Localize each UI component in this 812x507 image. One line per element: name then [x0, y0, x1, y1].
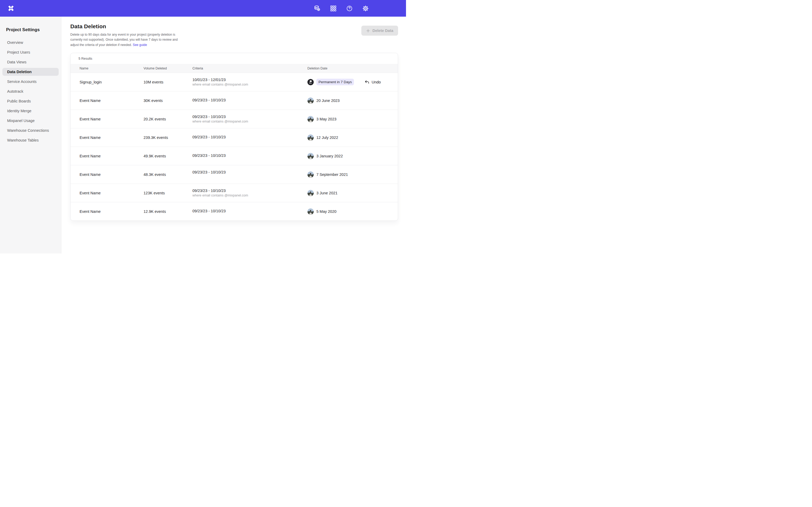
- settings-gear-icon[interactable]: [362, 5, 369, 12]
- volume-deleted: 123K events: [144, 191, 192, 195]
- results-count: 5 Results: [70, 53, 398, 64]
- event-name: Signup_login: [80, 80, 144, 84]
- description-line-3: adjust the criteria of your deletion if …: [70, 43, 132, 47]
- volume-deleted: 12.9K events: [144, 209, 192, 214]
- apps-grid-icon[interactable]: [330, 5, 337, 12]
- sidebar-item-warehouse-connections[interactable]: Warehouse Connections: [2, 126, 59, 134]
- criteria-condition: where email contains @mixpanel.com: [192, 82, 307, 87]
- column-header-name: Name: [80, 66, 144, 70]
- undo-cell: Undo: [357, 79, 391, 84]
- undo-icon: [364, 79, 369, 84]
- data-management-icon[interactable]: [314, 5, 321, 12]
- sidebar-item-overview[interactable]: Overview: [2, 39, 59, 47]
- criteria: 09/23/23 - 10/10/23: [192, 170, 307, 179]
- description-line-2: currently not supported). Once submitted…: [70, 38, 177, 42]
- criteria-range: 09/23/23 - 10/10/23: [192, 154, 307, 158]
- deletion-date-text: 3 June 2021: [316, 191, 338, 195]
- main-content: Data Deletion Delete up to 90 days data …: [61, 17, 406, 253]
- volume-deleted: 30K events: [144, 99, 192, 103]
- volume-deleted: 239.3K events: [144, 135, 192, 140]
- criteria-condition: [192, 175, 307, 179]
- avatar: [307, 116, 314, 122]
- sidebar-item-project-users[interactable]: Project Users: [2, 48, 59, 56]
- description-line-1: Delete up to 90 days data for any event …: [70, 33, 175, 37]
- deletion-date-text: 20 June 2023: [316, 99, 340, 103]
- deletion-table-card: 5 Results Name Volume Deleted Criteria D…: [70, 53, 398, 221]
- column-header-criteria: Criteria: [192, 66, 307, 70]
- sidebar: Project Settings Overview Project Users …: [0, 17, 61, 253]
- column-header-volume-deleted: Volume Deleted: [144, 66, 192, 70]
- event-name: Event Name: [80, 99, 144, 103]
- mixpanel-logo[interactable]: [7, 5, 14, 12]
- criteria-condition: where email contains @mixpanel.com: [192, 193, 307, 197]
- sidebar-item-data-deletion[interactable]: Data Deletion: [2, 68, 59, 76]
- criteria-range: 10/01/23 - 12/01/23: [192, 78, 307, 82]
- volume-deleted: 48.3K events: [144, 172, 192, 177]
- table-row: Event Name 239.3K events 09/23/23 - 10/1…: [70, 128, 398, 147]
- avatar: [307, 98, 314, 104]
- criteria-range: 09/23/23 - 10/10/23: [192, 188, 307, 193]
- deletion-date: 5 May 2020: [307, 208, 357, 215]
- help-icon[interactable]: [346, 5, 353, 12]
- table-row: Event Name 30K events 09/23/23 - 10/10/2…: [70, 91, 398, 110]
- criteria: 09/23/23 - 10/10/23: [192, 135, 307, 140]
- sidebar-item-service-accounts[interactable]: Service Accounts: [2, 78, 59, 86]
- table-header: Name Volume Deleted Criteria Deletion Da…: [70, 64, 398, 73]
- criteria-range: 09/23/23 - 10/10/23: [192, 209, 307, 213]
- table-row: Signup_login 10M events 10/01/23 - 12/01…: [70, 73, 398, 91]
- table-row: Event Name 49.9K events 09/23/23 - 10/10…: [70, 147, 398, 165]
- event-name: Event Name: [80, 172, 144, 177]
- avatar: [307, 79, 314, 85]
- undo-button[interactable]: Undo: [357, 79, 381, 84]
- avatar: [307, 208, 314, 215]
- table-row: Event Name 20.2K events 09/23/23 - 10/10…: [70, 110, 398, 128]
- table-row: Event Name 12.9K events 09/23/23 - 10/10…: [70, 202, 398, 221]
- criteria-range: 09/23/23 - 10/10/23: [192, 135, 307, 139]
- column-header-deletion-date: Deletion Date: [307, 66, 391, 70]
- undo-label: Undo: [372, 80, 381, 84]
- sidebar-item-identity-merge[interactable]: Identity Merge: [2, 107, 59, 115]
- table-row: Event Name 48.3K events 09/23/23 - 10/10…: [70, 165, 398, 183]
- event-name: Event Name: [80, 135, 144, 140]
- event-name: Event Name: [80, 154, 144, 158]
- deletion-date: 20 June 2023: [307, 98, 357, 104]
- sidebar-title: Project Settings: [6, 27, 59, 32]
- status-badge: Permanent in 7 Days: [316, 79, 354, 85]
- nav-icon-group: [314, 5, 369, 12]
- sidebar-item-data-views[interactable]: Data Views: [2, 58, 59, 66]
- criteria: 10/01/23 - 12/01/23 where email contains…: [192, 78, 307, 87]
- volume-deleted: 49.9K events: [144, 154, 192, 158]
- deletion-date: 7 September 2021: [307, 171, 357, 178]
- top-nav: [0, 0, 406, 17]
- criteria: 09/23/23 - 10/10/23 where email contains…: [192, 115, 307, 123]
- sidebar-item-warehouse-tables[interactable]: Warehouse Tables: [2, 136, 59, 144]
- criteria-range: 09/23/23 - 10/10/23: [192, 170, 307, 174]
- deletion-date-text: 5 May 2020: [316, 209, 337, 214]
- deletion-date: 3 May 2023: [307, 116, 357, 122]
- deletion-date: 12 July 2022: [307, 134, 357, 141]
- volume-deleted: 10M events: [144, 80, 192, 84]
- delete-data-button[interactable]: Delete Data: [361, 25, 398, 36]
- criteria: 09/23/23 - 10/10/23: [192, 209, 307, 214]
- criteria-range: 09/23/23 - 10/10/23: [192, 115, 307, 119]
- sidebar-item-public-boards[interactable]: Public Boards: [2, 97, 59, 105]
- page-header: Data Deletion Delete up to 90 days data …: [70, 23, 398, 48]
- avatar: [307, 153, 314, 159]
- event-name: Event Name: [80, 191, 144, 195]
- deletion-date-text: 3 January 2022: [316, 154, 343, 158]
- plus-icon: [366, 29, 370, 33]
- event-name: Event Name: [80, 209, 144, 214]
- see-guide-link[interactable]: See guide: [133, 43, 147, 47]
- sidebar-nav: Overview Project Users Data Views Data D…: [2, 39, 59, 144]
- sidebar-item-autotrack[interactable]: Autotrack: [2, 88, 59, 95]
- sidebar-item-mixpanel-usage[interactable]: Mixpanel Usage: [2, 117, 59, 125]
- event-name: Event Name: [80, 117, 144, 121]
- avatar: [307, 171, 314, 178]
- criteria: 09/23/23 - 10/10/23 where email contains…: [192, 188, 307, 197]
- avatar: [307, 190, 314, 196]
- criteria: 09/23/23 - 10/10/23: [192, 154, 307, 158]
- criteria: 09/23/23 - 10/10/23: [192, 98, 307, 103]
- deletion-date-text: 3 May 2023: [316, 117, 337, 121]
- deletion-date: 3 June 2021: [307, 190, 357, 196]
- volume-deleted: 20.2K events: [144, 117, 192, 121]
